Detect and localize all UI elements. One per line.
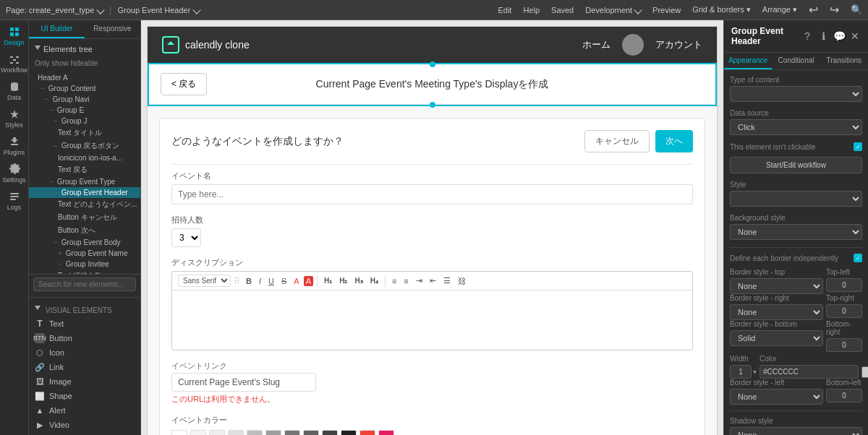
h2-btn[interactable]: H₂ [336,275,350,286]
bottom-right-input[interactable] [826,338,862,352]
tree-group-navi[interactable]: −Group Navi [29,94,140,105]
tree-group-j[interactable]: −Group J [29,116,140,126]
event-name-input[interactable] [171,184,693,204]
design-btn[interactable]: Design [1,23,27,49]
invitee-dropdown[interactable]: 3 [171,228,201,247]
tree-btn-next[interactable]: Button 次へ [29,224,140,237]
arrange-btn[interactable]: Arrange ▾ [762,5,797,14]
color-swatch-9[interactable] [341,430,357,435]
border-bottom-select[interactable]: Solid [730,330,823,346]
tab-ui-builder[interactable]: UI Builder [29,20,85,38]
font-select[interactable]: Sans Serif [178,275,231,287]
h1-btn[interactable]: H₁ [321,275,335,286]
tree-group-back[interactable]: −Group 戻るボタン [29,139,140,152]
highlight-btn[interactable]: A [304,276,313,286]
rp-comment-icon[interactable]: 💬 [833,30,845,42]
question-input[interactable] [171,136,579,147]
width-input[interactable] [730,365,752,379]
not-clickable-checkbox[interactable]: ✓ [854,142,862,151]
plugins-btn[interactable]: Plugins [1,133,27,159]
tab-responsive[interactable]: Responsive [85,20,140,38]
h4-btn[interactable]: H₄ [367,275,381,286]
visual-text[interactable]: T Text [29,316,140,331]
elements-tree-header[interactable]: Elements tree [29,42,140,56]
back-button[interactable]: < 戻る [161,73,207,95]
visual-link[interactable]: 🔗 Link [29,360,140,374]
tree-text-question[interactable]: Text どのようなイベン... [29,198,140,211]
strikethrough-btn[interactable]: S [278,275,289,287]
color-swatch-7[interactable] [303,430,319,435]
tree-group-e[interactable]: −Group E [29,105,140,116]
rp-tab-conditional[interactable]: Conditional [772,53,820,69]
color-swatch-4[interactable] [247,430,263,435]
rp-tab-appearance[interactable]: Appearance [724,53,772,69]
outdent-btn[interactable]: ⇤ [427,275,439,287]
tree-group-event-header[interactable]: −Group Event Header [29,187,140,198]
border-independent-checkbox[interactable]: ✓ [854,254,862,262]
redo-btn[interactable]: ↪ [830,3,839,17]
group-dropdown-arrow[interactable] [193,6,201,14]
visual-icon-item[interactable]: ⬡ Icon [29,345,140,360]
color-swatch-5[interactable] [265,430,281,435]
help-action[interactable]: Help [523,6,540,14]
preview-btn[interactable]: Preview [652,6,681,14]
search-btn[interactable]: 🔍 [851,4,862,15]
color-swatch-8[interactable] [322,430,338,435]
color-swatch-3[interactable] [228,430,244,435]
type-of-content-select[interactable] [730,86,862,102]
rp-tab-transitions[interactable]: Transitions [820,53,868,69]
indent-btn[interactable]: ⇥ [413,275,425,287]
workflow-btn[interactable]: Workflow [1,51,27,77]
page-dropdown-arrow[interactable] [97,6,105,14]
visual-shape[interactable]: ⬜ Shape [29,389,140,403]
tree-group-invitee[interactable]: −Group Invitee [29,259,140,270]
data-source-select[interactable]: Click [730,119,862,135]
dev-dropdown-arrow[interactable] [634,6,642,14]
color-swatch-0[interactable] [171,430,187,435]
color-swatch-1[interactable] [190,430,206,435]
undo-btn[interactable]: ↩ [809,3,818,17]
tree-group-content[interactable]: −Group Content [29,83,140,94]
color-swatch-11[interactable] [378,430,394,435]
color-btn[interactable]: A [291,275,302,287]
color-swatch-preview[interactable] [861,366,868,378]
link-btn[interactable]: ⛓ [455,275,469,287]
border-left-select[interactable]: None [730,389,823,405]
italic-btn[interactable]: I [256,275,264,287]
h3-btn[interactable]: H₃ [352,275,365,286]
rp-info-icon[interactable]: ℹ [817,30,829,42]
tree-ionicicon-a[interactable]: Ionicicon ion-ios-a... [29,152,140,163]
visual-alert[interactable]: ▲ Alert [29,403,140,418]
list-btn[interactable]: ☰ [441,275,454,287]
underline-btn[interactable]: U [265,275,277,287]
visual-image[interactable]: 🖼 Image [29,374,140,389]
tree-btn-cancel[interactable]: Button キャンセル [29,211,140,224]
top-left-input[interactable] [826,278,862,292]
edit-action[interactable]: Edit [498,6,511,14]
cancel-button[interactable]: キャンセル [584,130,650,152]
logs-btn[interactable]: Logs [1,188,27,214]
settings-btn[interactable]: Settings [1,160,27,186]
page-selector[interactable]: Page: create_event_type [6,6,103,14]
tree-text-back[interactable]: Text 戻る [29,163,140,176]
color-input[interactable] [760,365,859,379]
color-swatch-10[interactable] [359,430,375,435]
border-right-select[interactable]: None [730,304,823,320]
border-top-select[interactable]: None [730,278,823,294]
align-center-btn[interactable]: ≡ [401,275,411,287]
bg-style-select[interactable]: None [730,224,862,240]
tree-group-event-name[interactable]: +Group Event Name [29,248,140,259]
bold-btn[interactable]: B [243,275,255,287]
workflow-button[interactable]: Start/Edit workflow [730,157,862,173]
tree-header-a[interactable]: Header A [29,72,140,83]
search-input[interactable] [33,277,136,291]
group-selector[interactable]: Group Event Header [117,6,200,14]
next-button[interactable]: 次へ [655,130,693,152]
color-swatch-2[interactable] [209,430,225,435]
bottom-left-input[interactable] [826,389,862,402]
tree-group-event-type[interactable]: −Group Event Type [29,176,140,187]
data-btn[interactable]: Data [1,78,27,104]
color-swatch-6[interactable] [284,430,300,435]
align-left-btn[interactable]: ≡ [389,275,399,287]
grid-borders-btn[interactable]: Grid & borders ▾ [692,5,751,14]
